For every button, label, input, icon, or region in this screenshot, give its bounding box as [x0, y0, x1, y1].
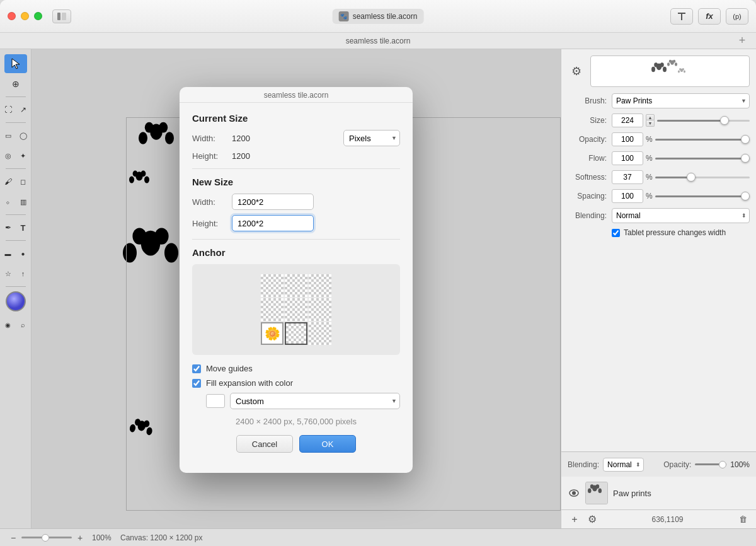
- paint-brush-tool[interactable]: 🖌: [1, 172, 15, 191]
- opacity-slider[interactable]: [655, 139, 750, 141]
- transform-icon: ↗: [20, 105, 26, 114]
- spacing-label: Spacing:: [568, 192, 612, 200]
- brush-name-select[interactable]: Paw Prints: [612, 93, 750, 108]
- eraser-tool[interactable]: ◻: [16, 172, 30, 191]
- anchor-cell-2-0[interactable]: 🌼: [261, 322, 284, 345]
- unit-select-wrapper[interactable]: Pixels Inches cm ▼: [343, 130, 400, 146]
- anchor-cell-0-2[interactable]: [309, 274, 331, 297]
- ok-button[interactable]: OK: [299, 435, 356, 453]
- delete-layer-button[interactable]: 🗑: [736, 513, 750, 526]
- left-toolbar: ⊕ ⛶ ↗ ▭ ◯ ◎: [0, 49, 32, 528]
- anchor-cell-2-2[interactable]: [309, 322, 331, 345]
- maximize-button[interactable]: [34, 12, 42, 20]
- anchor-grid: 🌼: [261, 274, 331, 345]
- brush-name-select-wrapper[interactable]: Paw Prints ▼: [612, 93, 750, 108]
- spacing-slider[interactable]: [655, 195, 750, 197]
- layer-settings-button[interactable]: ⚙: [585, 513, 599, 526]
- zoom-slider[interactable]: [21, 537, 72, 538]
- size-slider[interactable]: [657, 120, 750, 122]
- unit-select[interactable]: Pixels Inches cm: [343, 130, 400, 146]
- color-dropdown[interactable]: Custom White Black Transparent: [230, 393, 400, 409]
- new-height-input[interactable]: [232, 215, 314, 231]
- zoom-in-button[interactable]: +: [74, 532, 86, 543]
- pointer-tool[interactable]: [4, 54, 27, 73]
- brush-spacing-row: Spacing: %: [568, 189, 750, 203]
- softness-slider[interactable]: [655, 177, 750, 178]
- blending-label: Blending:: [568, 211, 612, 220]
- minimize-button[interactable]: [21, 12, 29, 20]
- svg-point-77: [596, 484, 600, 489]
- brush-settings-button[interactable]: ⚙: [568, 62, 585, 80]
- spacing-pct-label: %: [646, 192, 653, 200]
- shape-rect-tool[interactable]: ▬: [1, 244, 15, 263]
- opacity-input[interactable]: [612, 132, 643, 146]
- tablet-pressure-checkbox[interactable]: [612, 229, 620, 237]
- magic-wand-tool[interactable]: ✦: [16, 146, 30, 165]
- gradient-tool[interactable]: ▥: [16, 192, 30, 211]
- fill-tool[interactable]: ⬦: [1, 192, 15, 211]
- spacing-input-wrapper: %: [612, 189, 653, 203]
- magnify-icon: ⌕: [21, 321, 25, 328]
- anchor-cell-1-1[interactable]: [285, 298, 307, 321]
- bottom-blend-select[interactable]: Normal: [603, 458, 644, 472]
- type-tool[interactable]: T: [16, 218, 30, 237]
- main-window: 🐾 seamless tile.acorn fx (p) seamless ti…: [0, 0, 756, 546]
- move-guides-checkbox[interactable]: [192, 364, 201, 373]
- cancel-button[interactable]: Cancel: [236, 435, 293, 453]
- star-tool[interactable]: ☆: [1, 264, 15, 283]
- lasso-tool[interactable]: ◎: [1, 146, 15, 165]
- anchor-cell-0-1[interactable]: [285, 274, 307, 297]
- bottom-blending: Blending: Normal ⬍: [568, 458, 644, 472]
- color-swatch-tool[interactable]: [6, 291, 26, 311]
- current-size-title: Current Size: [192, 113, 400, 124]
- zoom-out-button[interactable]: −: [8, 532, 19, 543]
- magnify-tool[interactable]: ⌕: [16, 315, 30, 334]
- shape-circle-tool[interactable]: ●: [16, 244, 30, 263]
- bottom-opacity-slider[interactable]: [695, 463, 726, 465]
- flow-input[interactable]: [612, 151, 643, 165]
- paintbrush-icon: 🖌: [4, 177, 12, 186]
- layer-visibility-button[interactable]: [568, 487, 580, 499]
- ellipse-select-tool[interactable]: ◯: [16, 126, 30, 145]
- anchor-cell-1-0[interactable]: [261, 298, 284, 321]
- size-input[interactable]: [612, 113, 643, 127]
- transform-tool[interactable]: ↗: [16, 100, 30, 119]
- anchor-cell-0-0[interactable]: [261, 274, 284, 297]
- zoom-tool[interactable]: ⊕: [4, 74, 27, 93]
- blending-select[interactable]: Normal Multiply Screen: [612, 208, 750, 223]
- anchor-section: Anchor: [192, 247, 400, 355]
- anchor-cell-2-1[interactable]: [285, 322, 307, 345]
- fill-expansion-checkbox[interactable]: [192, 379, 201, 388]
- add-tab-button[interactable]: +: [736, 35, 748, 47]
- size-up-button[interactable]: ▲: [646, 114, 655, 120]
- p-button[interactable]: (p): [726, 8, 748, 25]
- bottom-blend-select-wrapper[interactable]: Normal ⬍: [603, 458, 644, 472]
- dropper-icon: ◉: [5, 322, 11, 328]
- pen-tool[interactable]: ✒: [1, 218, 15, 237]
- new-width-input[interactable]: [232, 194, 314, 210]
- layer-item[interactable]: Paw prints: [561, 477, 756, 509]
- softness-input[interactable]: [612, 170, 643, 184]
- sidebar-toggle-button[interactable]: [52, 9, 71, 23]
- tool-separator-6: [6, 286, 26, 287]
- size-down-button[interactable]: ▼: [646, 120, 655, 127]
- fx-button[interactable]: fx: [698, 8, 721, 25]
- color-select-wrapper[interactable]: Custom White Black Transparent ▼: [230, 393, 400, 409]
- crop-tool[interactable]: ⛶: [1, 100, 15, 119]
- blending-select-wrapper[interactable]: Normal Multiply Screen ⬍: [612, 208, 750, 223]
- anchor-cell-1-2[interactable]: [309, 298, 331, 321]
- new-width-row: Width:: [192, 194, 400, 210]
- close-button[interactable]: [8, 12, 16, 20]
- color-swatch[interactable]: [206, 394, 225, 408]
- fill-expansion-row: Fill expansion with color: [192, 378, 400, 388]
- spacing-input[interactable]: [612, 189, 643, 203]
- document-tab[interactable]: 🐾 seamless tile.acorn: [333, 9, 424, 24]
- flow-slider[interactable]: [655, 158, 750, 160]
- rect-select-tool[interactable]: ▭: [1, 126, 15, 145]
- fill-expansion-label: Fill expansion with color: [206, 378, 293, 388]
- arrow-tool[interactable]: ↑: [16, 264, 30, 283]
- tablet-label: Tablet pressure changes width: [624, 228, 726, 237]
- text-tool-button[interactable]: [670, 8, 693, 25]
- add-layer-button[interactable]: +: [568, 513, 581, 526]
- color-picker-tool[interactable]: ◉: [1, 315, 15, 334]
